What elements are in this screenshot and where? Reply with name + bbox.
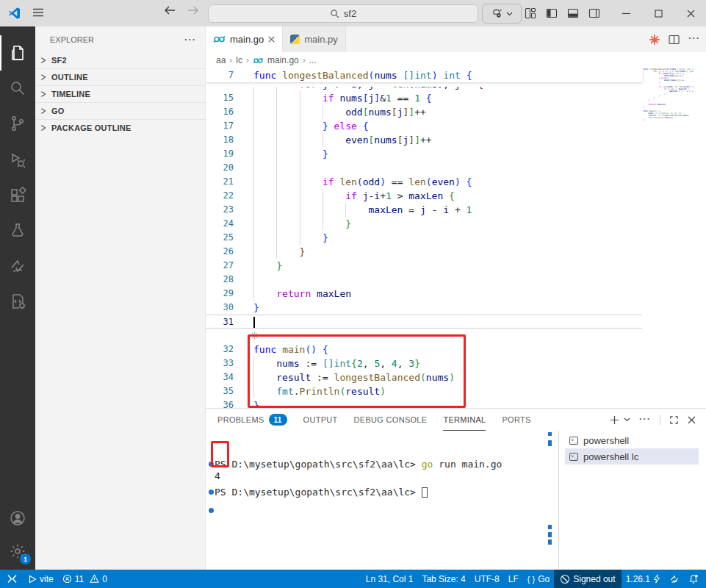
activity-search[interactable]: [0, 71, 35, 106]
code-line-21[interactable]: 21if len(odd) == len(even) {: [206, 175, 694, 189]
glyph-margin[interactable]: [234, 301, 253, 315]
extension-action-icon[interactable]: [649, 35, 660, 45]
glyph-margin[interactable]: [234, 203, 253, 217]
maximize-panel-icon[interactable]: [669, 415, 679, 425]
activity-code-generator[interactable]: [0, 284, 35, 319]
panel-tab-terminal[interactable]: TERMINAL: [443, 409, 486, 431]
line-number[interactable]: 17: [206, 119, 234, 133]
glyph-margin[interactable]: [234, 217, 253, 231]
encoding[interactable]: UTF-8: [470, 570, 504, 588]
breadcrumb-item[interactable]: lc: [236, 55, 242, 65]
glyph-margin[interactable]: [234, 287, 253, 301]
code-line-23[interactable]: 23maxLen = j - i + 1: [206, 203, 694, 217]
indentation[interactable]: Tab Size: 4: [417, 570, 469, 588]
line-number[interactable]: 30: [206, 301, 234, 315]
run-task-item[interactable]: vite: [24, 570, 58, 588]
tab-main-go[interactable]: main.go: [206, 26, 283, 52]
activity-go-tools[interactable]: [0, 248, 35, 284]
panel-tab-ports[interactable]: PORTS: [502, 409, 530, 431]
breadcrumb-item[interactable]: aa: [216, 55, 226, 65]
code-line-20[interactable]: 20: [206, 161, 694, 175]
code-line-29[interactable]: 29return maxLen: [206, 287, 694, 301]
close-window-button[interactable]: [674, 0, 706, 26]
line-number[interactable]: 14: [206, 87, 234, 91]
glyph-margin[interactable]: [234, 175, 253, 189]
eol-selector[interactable]: LF: [504, 570, 523, 588]
activity-source-control[interactable]: [0, 106, 35, 141]
terminal-tab-powershell-lc[interactable]: >_powershell lc: [565, 448, 699, 465]
tab-main-py[interactable]: main.py: [283, 26, 346, 52]
code-line-28[interactable]: 28: [206, 273, 694, 287]
glyph-margin[interactable]: [234, 105, 253, 119]
line-number[interactable]: 27: [206, 259, 234, 273]
sidebar-section-go[interactable]: >GO: [35, 102, 205, 119]
code-line-24[interactable]: 24}: [206, 217, 694, 231]
terminal-tab-powershell[interactable]: >_powershell: [565, 432, 699, 448]
command-decoration-dot[interactable]: [209, 508, 214, 513]
notifications-bell[interactable]: [684, 570, 706, 588]
glyph-margin[interactable]: [234, 87, 253, 91]
toggle-panel-icon[interactable]: [567, 7, 579, 19]
terminal[interactable]: PS D:\mysetup\gopath\src\sf2\aa\lc> go r…: [206, 431, 558, 570]
new-terminal-icon[interactable]: [610, 415, 619, 425]
breadcrumb-item[interactable]: main.go: [267, 55, 299, 65]
glyph-margin[interactable]: [234, 147, 253, 161]
sidebar-section-package-outline[interactable]: >PACKAGE OUTLINE: [35, 119, 205, 136]
customize-layout-icon[interactable]: [525, 7, 536, 19]
line-number[interactable]: 31: [206, 315, 234, 328]
toggle-primary-sidebar-icon[interactable]: [546, 7, 558, 19]
panel-tab-debug-console[interactable]: DEBUG CONSOLE: [354, 409, 428, 431]
back-arrow-icon[interactable]: [163, 4, 176, 16]
line-number[interactable]: 32: [206, 343, 234, 356]
line-number[interactable]: 18: [206, 133, 234, 147]
line-number[interactable]: 28: [206, 273, 234, 287]
go-tools-status[interactable]: [665, 570, 684, 588]
sidebar-section-sf2[interactable]: >SF2: [35, 52, 205, 68]
code-line-26[interactable]: 26}: [206, 245, 694, 259]
line-number[interactable]: 16: [206, 105, 234, 119]
editor-more-actions-icon[interactable]: [688, 32, 700, 43]
glyph-margin[interactable]: [234, 68, 253, 82]
glyph-margin[interactable]: [234, 273, 253, 287]
language-mode[interactable]: { } Go: [523, 570, 554, 588]
command-center-search[interactable]: sf2: [208, 4, 478, 23]
sidebar-section-timeline[interactable]: >TIMELINE: [35, 85, 205, 102]
code-line-14[interactable]: 14for j := i; j < len(nums); j++ {: [206, 87, 694, 91]
activity-run-debug[interactable]: [0, 143, 35, 178]
breadcrumb[interactable]: aa › lc › main.go › ...: [206, 52, 706, 68]
terminal-dropdown-icon[interactable]: [624, 417, 630, 422]
line-number[interactable]: 21: [206, 175, 234, 189]
menu-icon[interactable]: [32, 7, 44, 18]
partially-scrolled-line[interactable]: 14for j := i; j < len(nums); j++ {: [206, 87, 694, 91]
minimize-button[interactable]: [610, 0, 642, 26]
code-line-17[interactable]: 17} else {: [206, 119, 694, 133]
explorer-more-actions-icon[interactable]: [184, 34, 196, 45]
code-line-25[interactable]: 25}: [206, 231, 694, 245]
glyph-margin[interactable]: [234, 133, 253, 147]
glyph-margin[interactable]: [234, 189, 253, 203]
toggle-secondary-sidebar-icon[interactable]: [588, 7, 600, 19]
sidebar-section-outline[interactable]: >OUTLINE: [35, 68, 205, 85]
line-number[interactable]: 24: [206, 217, 234, 231]
line-number[interactable]: 29: [206, 287, 234, 301]
copilot-signed-out[interactable]: Signed out: [554, 570, 621, 588]
cursor-position[interactable]: Ln 31, Col 1: [361, 570, 418, 588]
activity-testing[interactable]: [0, 213, 35, 248]
glyph-margin[interactable]: [234, 161, 253, 175]
activity-explorer[interactable]: [0, 35, 35, 71]
line-number[interactable]: 19: [206, 147, 234, 161]
line-number[interactable]: 34: [206, 370, 234, 384]
code-line-30[interactable]: 30}: [206, 301, 694, 315]
line-number[interactable]: 33: [206, 356, 234, 370]
code-line-31[interactable]: 31: [206, 315, 642, 329]
line-number[interactable]: 26: [206, 245, 234, 259]
activity-extensions[interactable]: [0, 178, 35, 213]
sticky-scroll-line[interactable]: 7func longestBalanced(nums []int) int {: [206, 68, 643, 82]
glyph-margin[interactable]: [234, 245, 253, 259]
line-number[interactable]: 35: [206, 384, 234, 398]
code-line-16[interactable]: 16odd[nums[j]]++: [206, 105, 694, 119]
glyph-margin[interactable]: [234, 119, 253, 133]
command-decoration-dot[interactable]: [209, 490, 214, 495]
line-number[interactable]: 25: [206, 231, 234, 245]
line-number[interactable]: 20: [206, 161, 234, 175]
